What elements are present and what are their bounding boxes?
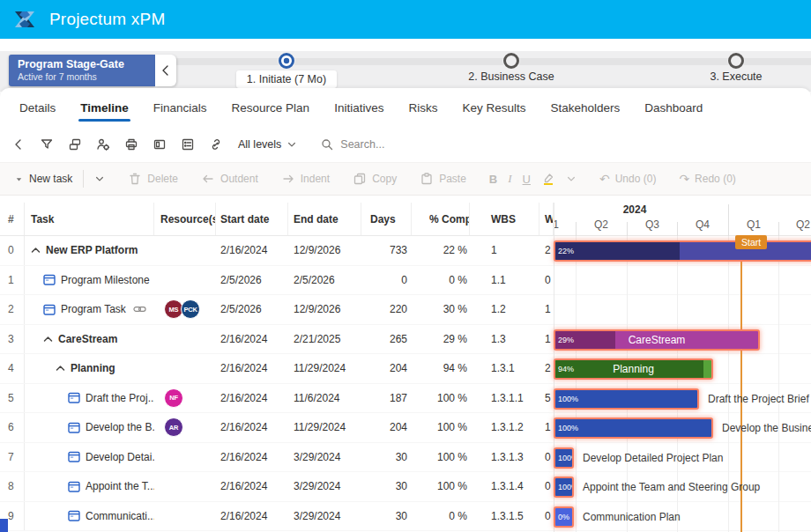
percent-complete-cell: 100 % (412, 384, 470, 413)
column-header-wbs[interactable]: WBS (470, 203, 539, 235)
gantt-view-button[interactable] (62, 131, 88, 158)
table-row[interactable]: 8Appoint the T...2/16/20243/29/202430100… (0, 472, 811, 502)
percent-complete-cell: 0 % (412, 266, 470, 295)
percent-complete-cell: 100 % (412, 413, 470, 442)
task-cell: Program Milestone (25, 266, 154, 295)
gantt-bar-label: CareStream (555, 334, 758, 346)
gantt-bar[interactable]: 22% (554, 240, 811, 262)
form-view-icon (181, 137, 195, 151)
outdent-button[interactable]: Outdent (196, 168, 264, 189)
new-task-button[interactable]: New task (9, 169, 78, 188)
table-row[interactable]: 4Planning2/16/202411/29/202420494 %1.3.1… (0, 354, 811, 384)
column-header--compl-[interactable]: % Compl... (412, 203, 470, 235)
resources-cell (154, 325, 216, 354)
redo-button[interactable]: ↷ Redo (0) (673, 169, 740, 188)
form-view-button[interactable] (175, 131, 201, 158)
column-header-task[interactable]: Task (25, 203, 154, 235)
stage-gate-card[interactable]: Program Stage-Gate Active for 7 months (9, 55, 155, 86)
link-tasks-button[interactable] (203, 131, 229, 158)
column-header-w[interactable]: W (539, 203, 554, 235)
copy-button[interactable]: Copy (347, 168, 402, 189)
app-window: Projectum xPM Program Stage-Gate Active … (0, 0, 811, 532)
gantt-bar[interactable]: 100% (554, 417, 713, 439)
undo-button[interactable]: ↶ Undo (0) (594, 169, 661, 188)
column-header-end-date[interactable]: End date (288, 203, 361, 235)
gantt-bar[interactable]: 29%CareStream (554, 329, 760, 351)
tab-key-results[interactable]: Key Results (462, 96, 525, 120)
filter-button[interactable] (33, 131, 60, 158)
tab-stakeholders[interactable]: Stakeholders (550, 96, 620, 120)
tab-risks[interactable]: Risks (408, 96, 437, 120)
table-row[interactable]: 9Communicati...2/16/20243/29/2024300 %1.… (0, 502, 811, 532)
task-icon (68, 451, 80, 462)
column-header-resource-s-[interactable]: Resource(s) (154, 203, 216, 235)
stage-label: 3. Execute (710, 70, 762, 83)
delete-button[interactable]: Delete (123, 168, 183, 189)
column-header-days[interactable]: Days (361, 203, 412, 235)
gantt-bar[interactable]: 0% (554, 506, 574, 528)
stage-gate-collapse-button[interactable] (155, 55, 176, 86)
table-row[interactable]: 0New ERP Platform2/16/202412/9/202673322… (0, 236, 811, 266)
task-icon (43, 304, 56, 315)
indent-button[interactable]: Indent (276, 168, 335, 189)
wbs-cell: 1.3.1 (470, 354, 539, 383)
gantt-row: 100%Draft the Project Brief (554, 384, 811, 413)
table-row[interactable]: 5Draft the Proj...NF2/16/202411/6/202418… (0, 384, 811, 414)
collapse-caret-icon[interactable] (31, 247, 41, 254)
highlight-color-button[interactable] (536, 168, 561, 189)
tab-timeline[interactable]: Timeline (80, 96, 129, 120)
search-box (320, 137, 437, 151)
work-cell: 1 (539, 295, 554, 324)
resources-cell (154, 266, 216, 295)
task-name: Draft the Proj... (86, 392, 154, 404)
assign-resources-button[interactable] (90, 131, 116, 158)
table-row[interactable]: 3CareStream2/16/20242/21/202526529 %1.31… (0, 325, 811, 355)
level-filter-label: All levels (238, 138, 281, 151)
gantt-bar[interactable]: 100% (554, 477, 574, 498)
tab-financials[interactable]: Financials (153, 96, 207, 120)
wbs-cell: 1.3.1.2 (470, 413, 539, 442)
column-header--[interactable]: # (0, 203, 25, 235)
tab-details[interactable]: Details (19, 96, 56, 120)
tab-initiatives[interactable]: Initiatives (334, 96, 383, 120)
table-row[interactable]: 1Program Milestone2/5/20262/5/202600 %1.… (0, 266, 811, 296)
gantt-row: 94%Planning (554, 354, 811, 383)
tab-resource-plan[interactable]: Resource Plan (232, 96, 310, 120)
paste-icon (420, 172, 434, 186)
task-name: CareStream (58, 333, 117, 345)
table-row[interactable]: 7Develop Detai...2/16/20243/29/202430100… (0, 443, 811, 473)
search-input[interactable] (340, 138, 437, 151)
underline-button[interactable]: U (517, 169, 536, 189)
italic-button[interactable]: I (502, 168, 517, 189)
gantt-bar[interactable]: 100% (554, 388, 699, 410)
wbs-cell: 1.3.1.4 (470, 472, 539, 501)
new-task-menu-button[interactable] (89, 170, 110, 188)
print-button[interactable] (118, 131, 145, 158)
paste-button[interactable]: Paste (414, 168, 472, 189)
table-row[interactable]: 6Develop the B...AR2/16/202411/29/202420… (0, 413, 811, 443)
gantt-bar[interactable]: 94%Planning (554, 358, 713, 380)
task-icon (43, 274, 56, 285)
wbs-cell: 1.1 (470, 266, 539, 295)
task-name: Appoint the T... (86, 480, 154, 492)
level-filter-dropdown[interactable]: All levels (238, 138, 297, 151)
back-button[interactable] (5, 131, 32, 158)
stage-label: 1. Initiate (7 Mo) (236, 70, 337, 88)
tab-dashboard[interactable]: Dashboard (644, 96, 703, 120)
start-milestone-flag[interactable]: Start (735, 235, 767, 249)
collapse-caret-icon[interactable] (43, 336, 53, 343)
gantt-gridline (576, 236, 577, 532)
chevron-down-icon (94, 174, 105, 184)
formatting-menu-button[interactable] (561, 170, 582, 188)
board-view-button[interactable] (146, 131, 173, 158)
bold-button[interactable]: B (484, 169, 502, 189)
work-cell: 1 (539, 325, 554, 354)
gantt-bar[interactable]: 100% (554, 447, 574, 469)
column-header-start-date[interactable]: Start date (216, 203, 288, 235)
task-icon (68, 392, 80, 403)
collapse-caret-icon[interactable] (56, 365, 65, 372)
task-name: Communicati... (86, 510, 154, 522)
percent-complete-cell: 0 % (412, 502, 470, 531)
table-row[interactable]: 2Program TaskMSPCK2/5/202612/9/202622030… (0, 295, 811, 325)
task-name: Planning (71, 362, 115, 374)
